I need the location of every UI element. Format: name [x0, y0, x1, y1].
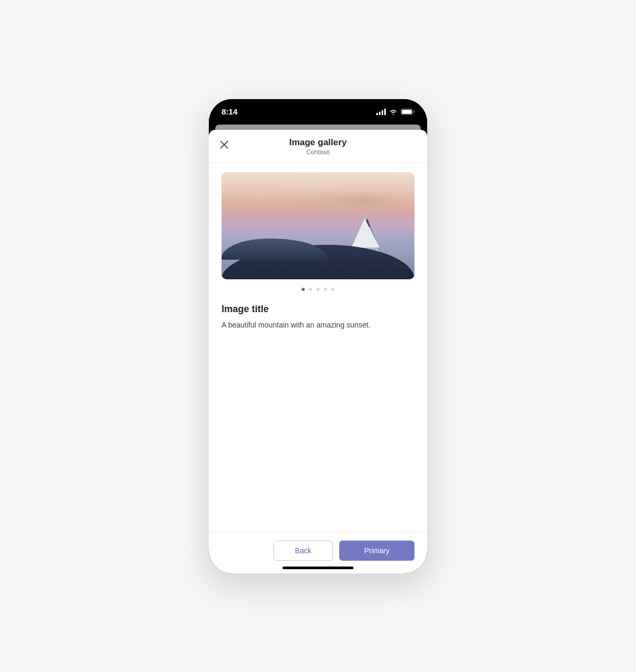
battery-icon — [401, 109, 414, 115]
pagination-dot-4[interactable] — [324, 288, 327, 291]
back-button[interactable]: Back — [273, 541, 333, 561]
backdrop-sheet — [215, 125, 421, 130]
pagination-dots — [222, 288, 414, 291]
modal-sheet: Image gallery Contoso — [209, 130, 427, 573]
svg-rect-5 — [402, 110, 412, 114]
primary-button[interactable]: Primary — [339, 541, 414, 561]
svg-rect-3 — [384, 109, 386, 115]
home-indicator[interactable] — [282, 567, 354, 569]
svg-rect-0 — [376, 113, 378, 115]
pagination-dot-3[interactable] — [316, 288, 320, 291]
svg-rect-6 — [413, 111, 414, 113]
gallery-image[interactable] — [222, 172, 414, 279]
pagination-dot-2[interactable] — [309, 288, 312, 291]
close-icon — [219, 140, 229, 149]
back-button-label: Back — [295, 546, 311, 555]
image-description: A beautiful mountain with an amazing sun… — [222, 320, 414, 331]
page-subtitle: Contoso — [217, 148, 419, 156]
header-titles: Image gallery Contoso — [217, 137, 419, 156]
page-title: Image gallery — [217, 137, 419, 148]
image-illustration — [222, 172, 414, 279]
pagination-dot-5[interactable] — [331, 288, 334, 291]
svg-rect-2 — [382, 110, 383, 115]
status-time: 8:14 — [222, 107, 237, 116]
primary-button-label: Primary — [364, 546, 390, 555]
signal-icon — [376, 109, 386, 115]
close-button[interactable] — [217, 138, 231, 154]
status-bar: 8:14 — [209, 99, 427, 125]
wifi-icon — [389, 109, 398, 115]
svg-rect-1 — [379, 112, 381, 115]
pagination-dot-1[interactable] — [302, 288, 305, 291]
phone-frame: 8:14 — [209, 99, 427, 573]
sheet-header: Image gallery Contoso — [209, 130, 427, 163]
status-icons — [376, 109, 414, 115]
sheet-content: Image title A beautiful mountain with an… — [209, 163, 427, 532]
image-title: Image title — [222, 304, 414, 315]
